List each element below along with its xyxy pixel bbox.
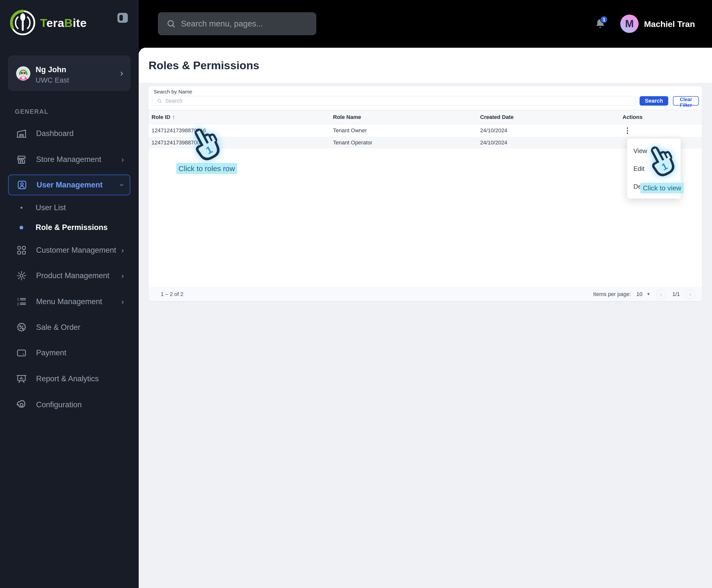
previous-page-button[interactable]: ‹	[656, 290, 665, 299]
pagination-range: 1 – 2 of 2	[161, 291, 184, 297]
table-row[interactable]: 124712417398870016 Tenant Owner 24/10/20…	[148, 124, 702, 137]
kebab-menu-icon[interactable]: ⋮	[623, 128, 632, 133]
sidebar: TeraBite Ng John UWC East › GENERAL Dash…	[0, 0, 139, 588]
report-board-icon	[16, 373, 27, 384]
chevron-right-icon: ›	[122, 246, 124, 254]
column-created-date: Created Date	[480, 114, 623, 121]
user-management-icon	[16, 179, 28, 191]
sidebar-item-payment[interactable]: Payment	[8, 342, 130, 363]
sidebar-item-dashboard[interactable]: Dashboard	[8, 123, 130, 144]
cell-role-name: Tenant Owner	[333, 127, 480, 134]
name-filter	[153, 96, 636, 106]
gear-icon	[16, 399, 27, 411]
chevron-right-icon: ›	[689, 291, 691, 298]
sidebar-section-general: GENERAL	[15, 108, 48, 115]
user-avatar[interactable]: M	[620, 15, 639, 33]
column-actions: Actions	[623, 114, 702, 121]
bullet-icon	[21, 207, 22, 209]
dashboard-icon	[16, 128, 27, 139]
chevron-left-icon: ‹	[660, 291, 662, 298]
name-filter-input[interactable]	[165, 98, 610, 104]
search-icon	[166, 19, 176, 29]
sidebar-item-customer-management[interactable]: Customer Management ›	[8, 240, 130, 260]
sidebar-item-menu-management[interactable]: Menu Management ›	[8, 291, 130, 312]
page-indicator: 1/1	[672, 291, 680, 297]
column-role-id[interactable]: Role ID↑	[152, 114, 333, 121]
roles-card: Search by Name Search Clear Filter Role …	[148, 86, 702, 301]
store-org-name: UWC East	[36, 76, 69, 84]
sidebar-item-sale-order[interactable]: Sale & Order	[8, 317, 130, 338]
next-page-button[interactable]: ›	[686, 290, 695, 299]
sidebar-item-configuration[interactable]: Configuration	[8, 394, 130, 415]
page-header: Roles & Permissions	[139, 48, 712, 83]
search-by-name-label: Search by Name	[153, 89, 192, 95]
table-row[interactable]: 124712417398870017 Tenant Operator 24/10…	[148, 137, 702, 149]
sidebar-item-role-permissions[interactable]: Role & Permissions	[8, 219, 130, 236]
chevron-right-icon: ›	[122, 155, 124, 164]
cell-role-name: Tenant Operator	[333, 140, 480, 146]
cell-role-id: 124712417398870016	[152, 127, 333, 134]
page-title: Roles & Permissions	[149, 59, 259, 72]
chevron-down-icon: ›	[118, 184, 126, 186]
sidebar-item-report-analytics[interactable]: Report & Analytics	[8, 369, 130, 389]
sale-badge-icon	[16, 322, 27, 333]
sidebar-item-user-management[interactable]: User Management ›	[8, 174, 130, 195]
store-avatar	[16, 66, 30, 81]
sidebar-item-user-list[interactable]: User List	[8, 199, 130, 216]
search-button[interactable]: Search	[640, 96, 668, 106]
store-profile-card[interactable]: Ng John UWC East ›	[8, 56, 130, 91]
cell-created-date: 24/10/2024	[480, 140, 623, 146]
sidebar-item-store-management[interactable]: Store Management ›	[8, 149, 130, 170]
global-search-input[interactable]	[181, 19, 305, 28]
cell-created-date: 24/10/2024	[480, 127, 623, 134]
table-header: Role ID↑ Role Name Created Date Actions	[148, 110, 702, 124]
wallet-icon	[16, 347, 27, 359]
menu-list-icon	[16, 296, 27, 307]
store-user-name: Ng John	[36, 65, 66, 74]
chevron-right-icon: ›	[122, 272, 124, 280]
search-icon	[157, 98, 162, 104]
sidebar-collapse-button[interactable]	[117, 13, 128, 23]
column-role-name: Role Name	[333, 114, 480, 121]
cell-role-id: 124712417398870017	[152, 140, 333, 146]
bullet-icon	[20, 226, 23, 229]
terabite-logo-icon	[9, 9, 37, 37]
notification-badge: 1	[600, 16, 608, 23]
panel-icon	[120, 15, 123, 21]
app-window: TeraBite Ng John UWC East › GENERAL Dash…	[0, 0, 712, 588]
brand-name: TeraBite	[40, 16, 87, 30]
store-icon	[16, 154, 27, 165]
chevron-right-icon: ›	[122, 297, 124, 306]
product-icon	[16, 270, 27, 281]
brand-logo: TeraBite	[9, 9, 87, 37]
sort-asc-icon[interactable]: ↑	[172, 114, 175, 120]
table-footer: 1 – 2 of 2 Items per page: 10 ▼ ‹ 1/1 ›	[148, 287, 702, 301]
items-per-page-select[interactable]: 10	[637, 291, 642, 297]
global-search	[158, 13, 316, 35]
caret-down-icon[interactable]: ▼	[646, 292, 651, 297]
clear-filter-button[interactable]: Clear Filter	[673, 96, 699, 106]
user-name[interactable]: Machiel Tran	[644, 19, 695, 29]
cursor-hand-icon	[186, 125, 225, 167]
chevron-right-icon: ›	[120, 68, 123, 78]
items-per-page-label: Items per page:	[593, 291, 631, 297]
sidebar-item-product-management[interactable]: Product Management ›	[8, 265, 130, 286]
annotation-view-hint: Click to view	[640, 183, 684, 193]
cursor-hand-icon	[643, 143, 680, 183]
customer-icon	[16, 245, 27, 256]
